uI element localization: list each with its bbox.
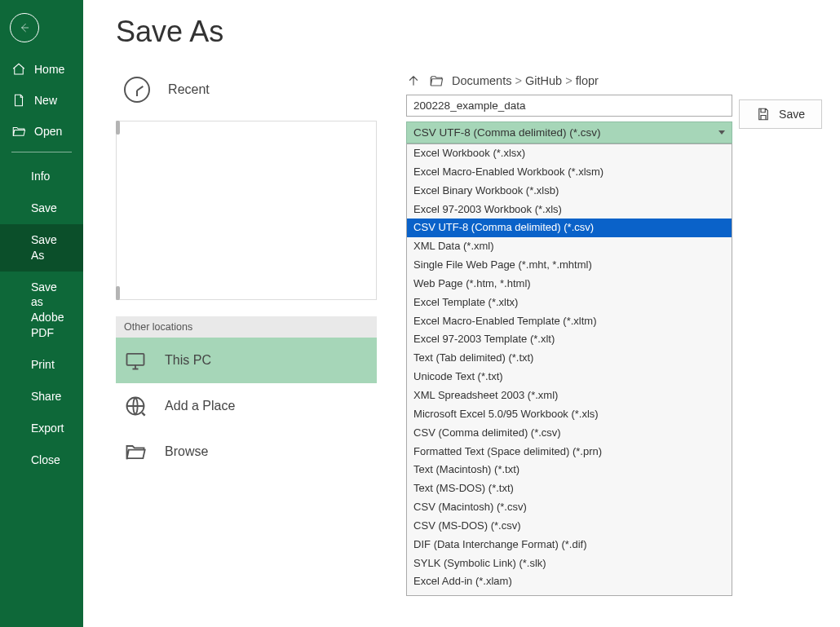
sidebar-item-save-as[interactable]: Save As xyxy=(0,224,83,272)
other-locations-header: Other locations xyxy=(116,316,377,338)
file-type-option[interactable]: Excel Binary Workbook (*.xlsb) xyxy=(407,182,732,201)
locations-column: Recent Other locations This PCAdd a Plac… xyxy=(116,73,377,596)
file-type-option[interactable]: DIF (Data Interchange Format) (*.dif) xyxy=(407,536,732,554)
location-label: This PC xyxy=(165,353,211,368)
sidebar-item-info[interactable]: Info xyxy=(0,161,83,192)
file-type-option[interactable]: CSV (Macintosh) (*.csv) xyxy=(407,498,732,517)
sidebar-item-label: Open xyxy=(34,125,62,138)
page-title: Save As xyxy=(116,15,822,49)
save-icon xyxy=(756,107,771,121)
file-type-option[interactable]: Microsoft Excel 5.0/95 Workbook (*.xls) xyxy=(407,405,732,424)
arrow-left-icon xyxy=(18,21,31,34)
sidebar-item-label: Home xyxy=(34,63,64,76)
save-button-label: Save xyxy=(779,108,805,121)
back-button[interactable] xyxy=(10,13,39,42)
file-type-option[interactable]: Excel Add-in (*.xlam) xyxy=(407,572,732,591)
sidebar-item-label: New xyxy=(34,94,57,107)
breadcrumb-segment[interactable]: flopr xyxy=(576,74,599,87)
home-icon xyxy=(11,62,26,77)
breadcrumb[interactable]: Documents > GitHub > flopr xyxy=(452,74,599,87)
file-type-option[interactable]: Unicode Text (*.txt) xyxy=(407,368,732,386)
scroll-marker-top xyxy=(116,121,120,135)
sidebar-item-save[interactable]: Save xyxy=(0,192,83,224)
filename-input[interactable] xyxy=(406,95,732,117)
pc-icon xyxy=(124,349,147,372)
recent-list-box xyxy=(116,121,377,300)
file-type-option[interactable]: Excel 97-2003 Add-in (*.xla) xyxy=(407,591,732,596)
file-type-selected-label: CSV UTF-8 (Comma delimited) (*.csv) xyxy=(413,126,601,139)
save-button[interactable]: Save xyxy=(739,99,822,129)
file-type-option[interactable]: Excel Macro-Enabled Template (*.xltm) xyxy=(407,312,732,331)
file-type-option[interactable]: CSV (Comma delimited) (*.csv) xyxy=(407,424,732,443)
location-browse[interactable]: Browse xyxy=(116,429,377,475)
file-type-option[interactable]: Web Page (*.htm, *.html) xyxy=(407,275,732,294)
sidebar-primary-nav: HomeNewOpen xyxy=(0,54,83,147)
sidebar-item-close[interactable]: Close xyxy=(0,444,83,476)
file-type-selector[interactable]: CSV UTF-8 (Comma delimited) (*.csv) xyxy=(406,121,732,144)
file-type-option[interactable]: Excel Macro-Enabled Workbook (*.xlsm) xyxy=(407,163,732,182)
main-area: Save As Recent Other locations This PCAd… xyxy=(83,0,840,627)
doc-icon xyxy=(11,93,26,108)
chevron-down-icon xyxy=(718,130,725,135)
folder-icon xyxy=(124,440,147,463)
file-type-option[interactable]: Text (MS-DOS) (*.txt) xyxy=(407,479,732,498)
file-type-option[interactable]: SYLK (Symbolic Link) (*.slk) xyxy=(407,554,732,573)
sidebar-secondary-nav: InfoSaveSave AsSave as Adobe PDFPrintSha… xyxy=(0,161,83,476)
breadcrumb-row: Documents > GitHub > flopr xyxy=(406,73,732,88)
sidebar-item-new[interactable]: New xyxy=(0,85,83,116)
body-columns: Recent Other locations This PCAdd a Plac… xyxy=(116,73,822,596)
file-type-option[interactable]: Excel Workbook (*.xlsx) xyxy=(407,144,732,163)
recent-row[interactable]: Recent xyxy=(116,73,377,121)
open-icon xyxy=(11,124,26,139)
save-panel: Documents > GitHub > flopr CSV UTF-8 (Co… xyxy=(406,73,732,596)
sidebar-item-export[interactable]: Export xyxy=(0,413,83,444)
up-arrow-icon[interactable] xyxy=(406,73,421,88)
breadcrumb-separator: > xyxy=(515,74,521,87)
file-type-option[interactable]: XML Spreadsheet 2003 (*.xml) xyxy=(407,386,732,405)
scroll-marker-bottom xyxy=(116,286,120,300)
sidebar-divider xyxy=(11,152,72,152)
globe-icon xyxy=(124,395,147,417)
location-this-pc[interactable]: This PC xyxy=(116,338,377,383)
svg-rect-0 xyxy=(127,354,144,365)
breadcrumb-segment[interactable]: GitHub xyxy=(525,74,562,87)
location-add-a-place[interactable]: Add a Place xyxy=(116,383,377,429)
locations-list: This PCAdd a PlaceBrowse xyxy=(116,338,377,475)
location-label: Add a Place xyxy=(165,399,235,413)
file-type-option[interactable]: Text (Tab delimited) (*.txt) xyxy=(407,349,732,368)
file-type-option[interactable]: XML Data (*.xml) xyxy=(407,237,732,256)
file-type-option[interactable]: Text (Macintosh) (*.txt) xyxy=(407,461,732,479)
file-type-option[interactable]: Excel Template (*.xltx) xyxy=(407,294,732,312)
file-type-option[interactable]: Single File Web Page (*.mht, *.mhtml) xyxy=(407,256,732,275)
sidebar-item-print[interactable]: Print xyxy=(0,349,83,381)
sidebar-item-open[interactable]: Open xyxy=(0,116,83,147)
save-column: Documents > GitHub > flopr CSV UTF-8 (Co… xyxy=(406,73,822,596)
clock-icon xyxy=(124,77,150,103)
breadcrumb-separator: > xyxy=(565,74,572,87)
location-label: Browse xyxy=(165,444,208,459)
file-type-option[interactable]: CSV (MS-DOS) (*.csv) xyxy=(407,517,732,536)
sidebar-item-share[interactable]: Share xyxy=(0,381,83,413)
sidebar: HomeNewOpen InfoSaveSave AsSave as Adobe… xyxy=(0,0,83,627)
file-type-option[interactable]: CSV UTF-8 (Comma delimited) (*.csv) xyxy=(407,219,732,237)
sidebar-item-save-as-adobe-pdf[interactable]: Save as Adobe PDF xyxy=(0,272,83,350)
folder-open-icon xyxy=(429,73,444,88)
file-type-option[interactable]: Formatted Text (Space delimited) (*.prn) xyxy=(407,443,732,461)
file-type-option[interactable]: Excel 97-2003 Workbook (*.xls) xyxy=(407,201,732,219)
breadcrumb-segment[interactable]: Documents xyxy=(452,74,511,87)
file-type-dropdown: Excel Workbook (*.xlsx)Excel Macro-Enabl… xyxy=(406,144,732,596)
app-root: HomeNewOpen InfoSaveSave AsSave as Adobe… xyxy=(0,0,840,627)
file-type-option[interactable]: Excel 97-2003 Template (*.xlt) xyxy=(407,330,732,349)
sidebar-item-home[interactable]: Home xyxy=(0,54,83,85)
recent-label: Recent xyxy=(168,82,210,97)
